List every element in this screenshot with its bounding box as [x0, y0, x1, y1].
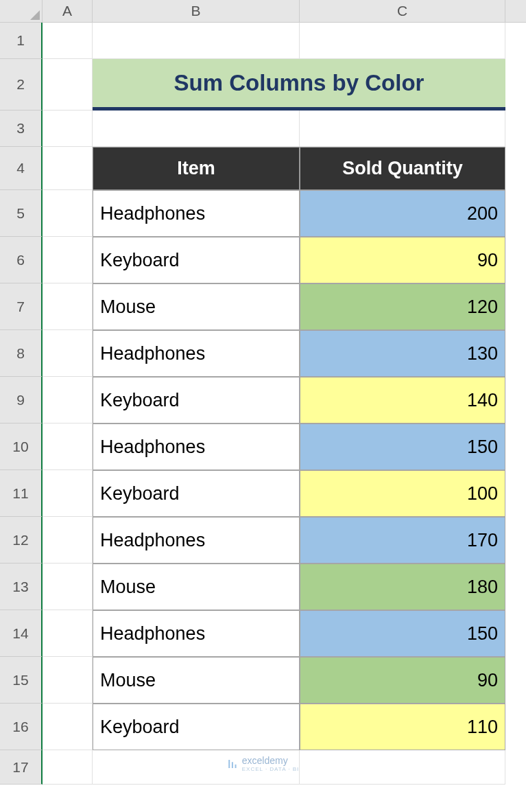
cell-qty[interactable]: 170 — [300, 517, 505, 564]
cell-A11[interactable] — [43, 470, 93, 517]
cell-A7[interactable] — [43, 283, 93, 330]
cell-B3[interactable] — [93, 111, 300, 147]
header-item[interactable]: Item — [93, 147, 300, 190]
cell-A16[interactable] — [43, 704, 93, 750]
row-header-2[interactable]: 2 — [0, 59, 43, 111]
select-all-corner[interactable] — [0, 0, 43, 23]
row-header-9[interactable]: 9 — [0, 377, 43, 424]
row-header-14[interactable]: 14 — [0, 610, 43, 657]
cell-item[interactable]: Mouse — [93, 657, 300, 704]
row-header-17[interactable]: 17 — [0, 750, 43, 785]
row-8: 8 Headphones 130 — [0, 330, 526, 377]
cell-C3[interactable] — [300, 111, 505, 147]
header-qty[interactable]: Sold Quantity — [300, 147, 505, 190]
row-header-16[interactable]: 16 — [0, 704, 43, 750]
cell-qty[interactable]: 90 — [300, 237, 505, 283]
cell-item[interactable]: Headphones — [93, 190, 300, 237]
row-6: 6 Keyboard 90 — [0, 237, 526, 283]
row-5: 5 Headphones 200 — [0, 190, 526, 237]
spreadsheet: A B C 1 2 Sum Columns by Color 3 4 Item … — [0, 0, 526, 785]
cell-A2[interactable] — [43, 59, 93, 111]
cell-A8[interactable] — [43, 330, 93, 377]
cell-qty[interactable]: 120 — [300, 283, 505, 330]
row-header-7[interactable]: 7 — [0, 283, 43, 330]
row-13: 13 Mouse 180 — [0, 564, 526, 610]
cell-qty[interactable]: 200 — [300, 190, 505, 237]
cell-B17[interactable] — [93, 750, 300, 785]
cell-item[interactable]: Headphones — [93, 424, 300, 470]
cell-A15[interactable] — [43, 657, 93, 704]
cell-A1[interactable] — [43, 23, 93, 59]
row-2: 2 Sum Columns by Color — [0, 59, 526, 111]
cell-item[interactable]: Headphones — [93, 330, 300, 377]
row-7: 7 Mouse 120 — [0, 283, 526, 330]
cell-qty[interactable]: 150 — [300, 610, 505, 657]
cell-item[interactable]: Keyboard — [93, 704, 300, 750]
cell-qty[interactable]: 150 — [300, 424, 505, 470]
cell-A10[interactable] — [43, 424, 93, 470]
row-3: 3 — [0, 111, 526, 147]
cell-A14[interactable] — [43, 610, 93, 657]
row-header-3[interactable]: 3 — [0, 111, 43, 147]
row-header-6[interactable]: 6 — [0, 237, 43, 283]
row-header-1[interactable]: 1 — [0, 23, 43, 59]
row-header-8[interactable]: 8 — [0, 330, 43, 377]
row-15: 15 Mouse 90 — [0, 657, 526, 704]
cell-C1[interactable] — [300, 23, 505, 59]
cell-A17[interactable] — [43, 750, 93, 785]
cell-qty[interactable]: 140 — [300, 377, 505, 424]
row-12: 12 Headphones 170 — [0, 517, 526, 564]
column-header-A[interactable]: A — [43, 0, 93, 22]
cell-A13[interactable] — [43, 564, 93, 610]
title-cell[interactable]: Sum Columns by Color — [93, 59, 505, 111]
row-header-4[interactable]: 4 — [0, 147, 43, 190]
cell-item[interactable]: Keyboard — [93, 237, 300, 283]
cell-A3[interactable] — [43, 111, 93, 147]
column-header-row: A B C — [0, 0, 526, 23]
cell-qty[interactable]: 110 — [300, 704, 505, 750]
row-14: 14 Headphones 150 — [0, 610, 526, 657]
column-header-C[interactable]: C — [300, 0, 505, 22]
row-1: 1 — [0, 23, 526, 59]
column-header-B[interactable]: B — [93, 0, 300, 22]
cell-qty[interactable]: 90 — [300, 657, 505, 704]
row-10: 10 Headphones 150 — [0, 424, 526, 470]
cell-item[interactable]: Headphones — [93, 610, 300, 657]
row-header-12[interactable]: 12 — [0, 517, 43, 564]
cell-qty[interactable]: 100 — [300, 470, 505, 517]
cell-C17[interactable] — [300, 750, 505, 785]
row-4: 4 Item Sold Quantity — [0, 147, 526, 190]
row-header-5[interactable]: 5 — [0, 190, 43, 237]
row-header-11[interactable]: 11 — [0, 470, 43, 517]
cell-item[interactable]: Mouse — [93, 564, 300, 610]
row-header-15[interactable]: 15 — [0, 657, 43, 704]
cell-A12[interactable] — [43, 517, 93, 564]
row-header-10[interactable]: 10 — [0, 424, 43, 470]
cell-item[interactable]: Keyboard — [93, 377, 300, 424]
cell-A9[interactable] — [43, 377, 93, 424]
cell-qty[interactable]: 180 — [300, 564, 505, 610]
cell-item[interactable]: Mouse — [93, 283, 300, 330]
row-11: 11 Keyboard 100 — [0, 470, 526, 517]
cell-B1[interactable] — [93, 23, 300, 59]
cell-qty[interactable]: 130 — [300, 330, 505, 377]
row-9: 9 Keyboard 140 — [0, 377, 526, 424]
cell-item[interactable]: Keyboard — [93, 470, 300, 517]
cell-A5[interactable] — [43, 190, 93, 237]
cell-A6[interactable] — [43, 237, 93, 283]
row-16: 16 Keyboard 110 — [0, 704, 526, 750]
cell-item[interactable]: Headphones — [93, 517, 300, 564]
cell-A4[interactable] — [43, 147, 93, 190]
row-header-13[interactable]: 13 — [0, 564, 43, 610]
row-17: 17 — [0, 750, 526, 785]
